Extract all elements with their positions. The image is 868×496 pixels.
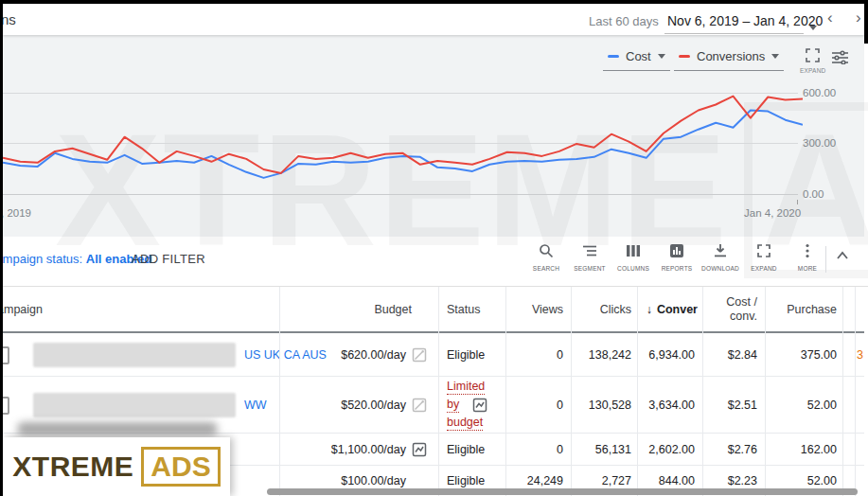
redacted-campaign-name	[33, 393, 236, 417]
clicks-cell: 138,242	[571, 333, 637, 377]
segment-icon	[581, 242, 598, 259]
logo-text: XTREME	[12, 451, 133, 483]
expand-button[interactable]: EXPAND	[742, 242, 786, 272]
budget-cell: $1,100.00/day	[279, 434, 438, 466]
cost_per_conv-value: $2.51	[728, 399, 757, 412]
download-button[interactable]: DOWNLOAD	[699, 242, 742, 272]
column-header-campaign[interactable]: Campaign	[0, 287, 279, 331]
expand-icon	[755, 242, 772, 259]
campaign-status-label: Campaign status:	[0, 252, 82, 266]
purchase-cell: 162.00	[765, 434, 842, 466]
purchase-cell: 375.00	[765, 333, 842, 377]
column-header-purchase[interactable]: Purchase	[765, 287, 842, 331]
series-line-conversions	[3, 97, 803, 173]
views-value: 0	[557, 348, 563, 362]
clicks-value: 56,131	[595, 443, 631, 456]
purchase-value: 52.00	[807, 399, 837, 412]
purchase-value: 52.00	[807, 474, 837, 487]
column-header-views[interactable]: Views	[505, 287, 571, 331]
budget-value: $1,100.00/day	[331, 443, 406, 456]
conversions-value: 3,634.00	[648, 399, 695, 412]
segment-label: SEGMENT	[568, 265, 611, 272]
search-button[interactable]: SEARCH	[524, 242, 568, 272]
horizontal-scrollbar[interactable]	[267, 488, 858, 495]
reports-icon	[668, 242, 685, 259]
cost_per_conv-value: $2.84	[728, 348, 757, 362]
column-header-cost-per-conv[interactable]: Cost / conv.	[702, 287, 765, 331]
chart-expand-button[interactable]: EXPAND	[800, 48, 825, 74]
xtreme-ads-logo: XTREME ADS	[3, 437, 230, 496]
next-period-chevron-icon[interactable]: ›	[856, 9, 861, 27]
column-header-clicks[interactable]: Clicks	[571, 287, 637, 331]
reports-button[interactable]: REPORTS	[655, 242, 699, 272]
status-chart-icon	[472, 398, 487, 413]
search-icon	[538, 242, 555, 259]
y-axis-tick-0: 0.00	[803, 188, 859, 200]
column-border	[505, 287, 506, 496]
clicks-cell: 130,528	[571, 377, 637, 434]
column-header-conversions-sorted[interactable]: ↓ Conver	[637, 287, 702, 331]
views-cell: 0	[505, 434, 571, 466]
views-cell: 0	[505, 377, 571, 434]
views-value: 0	[557, 399, 563, 412]
expand-label: EXPAND	[800, 67, 825, 74]
y-axis-tick-600: 600.00	[803, 87, 859, 98]
clipped-metric-value: 3	[857, 348, 863, 362]
top-header-bar: Campaigns Last 60 days Nov 6, 2019 – Jan…	[3, 4, 864, 35]
purchase-value: 375.00	[801, 348, 837, 362]
google-ads-screen: XTREME ADS Campaigns Last 60 days Nov 6,…	[0, 0, 868, 496]
chart-settings-button[interactable]	[832, 50, 848, 68]
tune-sliders-icon	[832, 50, 848, 64]
legend-item-conversions[interactable]: Conversions	[674, 49, 784, 71]
add-filter-button[interactable]: ADD FILTER	[132, 252, 205, 266]
download-label: DOWNLOAD	[699, 265, 742, 272]
purchase-cell: 52.00	[765, 377, 842, 434]
budget-value: $520.00/day	[341, 399, 406, 412]
toolbar-divider	[825, 246, 826, 273]
redacted-campaign-name	[33, 343, 236, 367]
status-cell: Eligible	[438, 333, 505, 377]
timeseries-chart[interactable]	[3, 87, 803, 205]
collapse-table-button[interactable]	[834, 249, 851, 266]
column-border	[438, 287, 439, 496]
clicks-value: 138,242	[589, 348, 631, 362]
cost_per_conv-cell: $2.76	[702, 434, 765, 466]
logo-boxed-text: ADS	[141, 447, 220, 487]
column-border	[842, 287, 843, 496]
frame-left	[0, 0, 3, 496]
date-preset-label: Last 60 days	[589, 14, 659, 28]
date-range-selector[interactable]: Nov 6, 2019 – Jan 4, 2020	[667, 13, 823, 28]
expand-icon	[806, 48, 820, 62]
chart-budget-icon[interactable]	[412, 442, 427, 457]
more-button[interactable]: MORE	[786, 242, 829, 272]
column-border	[637, 287, 638, 496]
x-axis-label-right: Jan 4, 2020	[744, 207, 801, 219]
date-dropdown-caret-icon[interactable]	[809, 17, 817, 34]
chevron-up-icon	[834, 249, 851, 262]
column-border	[702, 287, 703, 496]
y-axis-tick-300: 300.00	[803, 137, 859, 149]
budget-value: $620.00/day	[341, 348, 406, 362]
edit-budget-icon[interactable]	[412, 398, 427, 413]
edit-budget-icon[interactable]	[412, 347, 427, 363]
cost_per_conv-cell: $2.84	[702, 333, 765, 377]
budget-cell: $520.00/day	[279, 377, 438, 434]
cost_per_conv-value: $2.23	[728, 474, 757, 487]
columns-button[interactable]: COLUMNS	[611, 242, 655, 272]
budget-cell: $620.00/day	[279, 333, 438, 377]
campaign-cell: US UK CA AUS	[0, 333, 279, 377]
campaign-link[interactable]: WW	[244, 399, 267, 412]
campaign-status-filter[interactable]: Campaign status: All enabled	[0, 252, 151, 266]
column-border	[855, 287, 856, 496]
views-cell: 0	[505, 333, 571, 377]
columns-label: COLUMNS	[611, 265, 655, 272]
column-header-budget[interactable]: Budget	[279, 287, 438, 331]
segment-button[interactable]: SEGMENT	[568, 242, 611, 272]
legend-item-cost[interactable]: Cost	[603, 49, 670, 71]
column-border	[571, 287, 572, 496]
legend-label-conversions: Conversions	[697, 49, 765, 63]
previous-period-chevron-icon[interactable]: ‹	[827, 9, 833, 27]
column-header-status[interactable]: Status	[438, 287, 505, 331]
redacted-campaign-smudge	[17, 422, 218, 435]
status-limited-by-budget[interactable]: Limitedbybudget	[438, 380, 487, 431]
